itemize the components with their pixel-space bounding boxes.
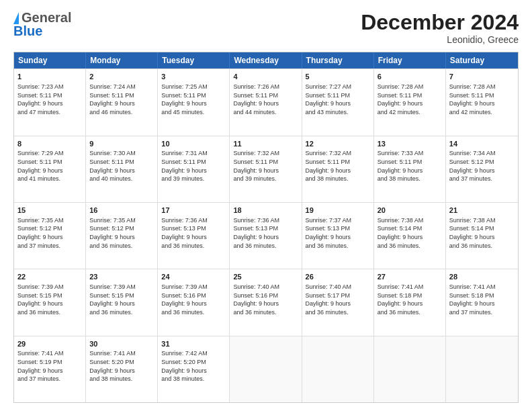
day-number: 22 [17,272,82,282]
day-info: Sunrise: 7:36 AMSunset: 5:13 PMDaylight:… [161,216,226,250]
day-info: Sunrise: 7:23 AMSunset: 5:11 PMDaylight:… [17,83,82,116]
day-info: Sunrise: 7:41 AMSunset: 5:18 PMDaylight:… [449,283,515,316]
day-number: 6 [378,72,442,82]
day-info: Sunrise: 7:39 AMSunset: 5:15 PMDaylight:… [89,283,154,316]
day-number: 12 [306,139,370,149]
weekday-header-wednesday: Wednesday [230,52,302,68]
day-info: Sunrise: 7:42 AMSunset: 5:20 PMDaylight:… [161,349,226,383]
day-cell-2: 2Sunrise: 7:24 AMSunset: 5:11 PMDaylight… [86,69,158,135]
day-cell-20: 20Sunrise: 7:38 AMSunset: 5:14 PMDayligh… [374,203,446,269]
day-info: Sunrise: 7:39 AMSunset: 5:16 PMDaylight:… [161,283,226,316]
day-number: 13 [378,139,442,149]
day-info: Sunrise: 7:40 AMSunset: 5:16 PMDaylight:… [233,283,298,316]
day-info: Sunrise: 7:33 AMSunset: 5:11 PMDaylight:… [378,149,442,183]
logo-line: General [13,11,71,24]
day-info: Sunrise: 7:41 AMSunset: 5:19 PMDaylight:… [17,349,82,383]
weekday-header-saturday: Saturday [446,52,518,68]
logo-triangle-icon [13,12,19,24]
day-number: 16 [89,205,154,216]
calendar-header-row: SundayMondayTuesdayWednesdayThursdayFrid… [14,52,518,68]
day-info: Sunrise: 7:29 AMSunset: 5:11 PMDaylight:… [17,149,82,183]
day-number: 15 [17,205,82,216]
day-cell-3: 3Sunrise: 7:25 AMSunset: 5:11 PMDaylight… [158,69,230,135]
day-cell-25: 25Sunrise: 7:40 AMSunset: 5:16 PMDayligh… [230,269,302,335]
day-cell-10: 10Sunrise: 7:31 AMSunset: 5:11 PMDayligh… [158,136,230,202]
day-info: Sunrise: 7:41 AMSunset: 5:18 PMDaylight:… [378,283,442,316]
day-cell-24: 24Sunrise: 7:39 AMSunset: 5:16 PMDayligh… [158,269,230,335]
day-number: 4 [233,72,298,82]
logo-general: General [21,11,71,24]
day-info: Sunrise: 7:30 AMSunset: 5:11 PMDaylight:… [89,149,154,183]
day-number: 9 [89,139,154,149]
day-cell-27: 27Sunrise: 7:41 AMSunset: 5:18 PMDayligh… [374,269,446,335]
day-number: 31 [161,339,226,349]
logo: General Blue [13,11,71,38]
day-info: Sunrise: 7:36 AMSunset: 5:13 PMDaylight:… [233,216,298,250]
day-number: 28 [449,272,515,282]
location: Leonidio, Greece [361,34,519,45]
day-info: Sunrise: 7:28 AMSunset: 5:11 PMDaylight:… [449,83,515,116]
day-cell-4: 4Sunrise: 7:26 AMSunset: 5:11 PMDaylight… [230,69,302,135]
day-number: 5 [306,72,370,82]
day-number: 26 [306,272,370,282]
day-info: Sunrise: 7:32 AMSunset: 5:11 PMDaylight:… [233,149,298,183]
calendar-week-5: 29Sunrise: 7:41 AMSunset: 5:19 PMDayligh… [14,336,518,402]
calendar-week-3: 15Sunrise: 7:35 AMSunset: 5:12 PMDayligh… [14,202,518,269]
empty-cell [302,336,374,402]
day-cell-31: 31Sunrise: 7:42 AMSunset: 5:20 PMDayligh… [158,336,230,402]
empty-cell [230,336,302,402]
weekday-header-friday: Friday [374,52,446,68]
day-info: Sunrise: 7:38 AMSunset: 5:14 PMDaylight:… [449,216,515,250]
day-info: Sunrise: 7:25 AMSunset: 5:11 PMDaylight:… [161,83,226,116]
day-info: Sunrise: 7:31 AMSunset: 5:11 PMDaylight:… [161,149,226,183]
title-block: December 2024 Leonidio, Greece [361,11,519,45]
day-cell-22: 22Sunrise: 7:39 AMSunset: 5:15 PMDayligh… [14,269,86,335]
calendar-week-4: 22Sunrise: 7:39 AMSunset: 5:15 PMDayligh… [14,269,518,335]
day-number: 19 [306,205,370,216]
day-number: 10 [161,139,226,149]
day-cell-11: 11Sunrise: 7:32 AMSunset: 5:11 PMDayligh… [230,136,302,202]
day-info: Sunrise: 7:35 AMSunset: 5:12 PMDaylight:… [89,216,154,250]
day-info: Sunrise: 7:32 AMSunset: 5:11 PMDaylight:… [306,149,370,183]
day-number: 29 [17,339,82,349]
day-info: Sunrise: 7:24 AMSunset: 5:11 PMDaylight:… [89,83,154,116]
day-number: 30 [89,339,154,349]
day-cell-29: 29Sunrise: 7:41 AMSunset: 5:19 PMDayligh… [14,336,86,402]
day-cell-18: 18Sunrise: 7:36 AMSunset: 5:13 PMDayligh… [230,203,302,269]
weekday-header-sunday: Sunday [14,52,86,68]
day-info: Sunrise: 7:38 AMSunset: 5:14 PMDaylight:… [378,216,442,250]
day-number: 3 [161,72,226,82]
day-number: 8 [17,139,82,149]
day-number: 27 [378,272,442,282]
day-cell-14: 14Sunrise: 7:34 AMSunset: 5:12 PMDayligh… [446,136,518,202]
day-number: 2 [89,72,154,82]
day-info: Sunrise: 7:27 AMSunset: 5:11 PMDaylight:… [306,83,370,116]
month-title: December 2024 [361,11,519,34]
day-cell-17: 17Sunrise: 7:36 AMSunset: 5:13 PMDayligh… [158,203,230,269]
day-cell-6: 6Sunrise: 7:28 AMSunset: 5:11 PMDaylight… [374,69,446,135]
day-cell-1: 1Sunrise: 7:23 AMSunset: 5:11 PMDaylight… [14,69,86,135]
day-number: 17 [161,205,226,216]
day-number: 24 [161,272,226,282]
day-cell-26: 26Sunrise: 7:40 AMSunset: 5:17 PMDayligh… [302,269,374,335]
day-number: 23 [89,272,154,282]
empty-cell [446,336,518,402]
day-info: Sunrise: 7:41 AMSunset: 5:20 PMDaylight:… [89,349,154,383]
day-info: Sunrise: 7:34 AMSunset: 5:12 PMDaylight:… [449,149,515,183]
day-info: Sunrise: 7:28 AMSunset: 5:11 PMDaylight:… [378,83,442,116]
day-cell-28: 28Sunrise: 7:41 AMSunset: 5:18 PMDayligh… [446,269,518,335]
day-number: 11 [233,139,298,149]
day-cell-15: 15Sunrise: 7:35 AMSunset: 5:12 PMDayligh… [14,203,86,269]
empty-cell [374,336,446,402]
day-cell-23: 23Sunrise: 7:39 AMSunset: 5:15 PMDayligh… [86,269,158,335]
calendar-week-1: 1Sunrise: 7:23 AMSunset: 5:11 PMDaylight… [14,68,518,135]
day-number: 25 [233,272,298,282]
day-info: Sunrise: 7:26 AMSunset: 5:11 PMDaylight:… [233,83,298,116]
day-number: 7 [449,72,515,82]
day-cell-21: 21Sunrise: 7:38 AMSunset: 5:14 PMDayligh… [446,203,518,269]
day-info: Sunrise: 7:39 AMSunset: 5:15 PMDaylight:… [17,283,82,316]
page: General Blue December 2024 Leonidio, Gre… [0,0,532,411]
calendar-week-2: 8Sunrise: 7:29 AMSunset: 5:11 PMDaylight… [14,136,518,202]
day-cell-30: 30Sunrise: 7:41 AMSunset: 5:20 PMDayligh… [86,336,158,402]
day-cell-8: 8Sunrise: 7:29 AMSunset: 5:11 PMDaylight… [14,136,86,202]
